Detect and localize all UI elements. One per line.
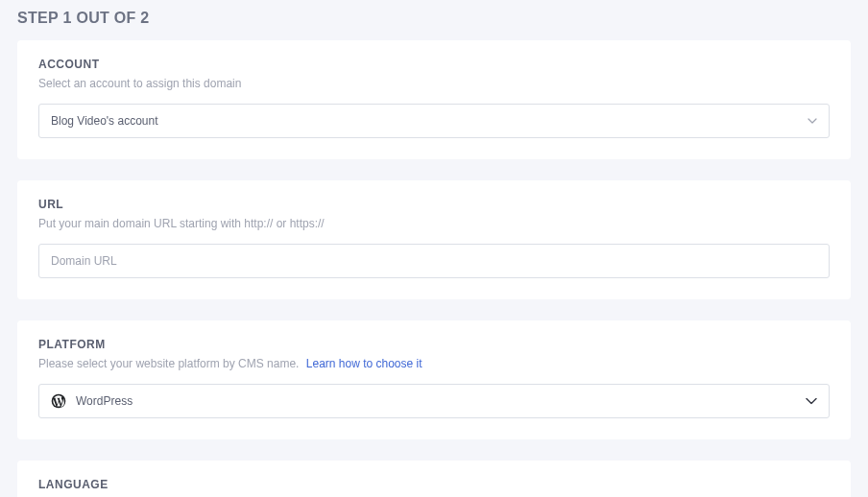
language-card: LANGUAGE Select the base language of you…	[17, 461, 851, 497]
wordpress-icon	[51, 393, 66, 409]
url-title: URL	[38, 198, 830, 211]
account-subtitle: Select an account to assign this domain	[38, 77, 830, 90]
url-input[interactable]	[38, 244, 830, 278]
account-select-value: Blog Video's account	[51, 114, 817, 128]
step-indicator: STEP 1 OUT OF 2	[17, 0, 851, 40]
platform-card: PLATFORM Please select your website plat…	[17, 320, 851, 439]
platform-learn-link[interactable]: Learn how to choose it	[306, 357, 422, 370]
platform-select[interactable]: WordPress	[38, 384, 830, 418]
chevron-down-icon	[808, 118, 817, 124]
platform-subtitle-wrapper: Please select your website platform by C…	[38, 357, 830, 370]
account-select[interactable]: Blog Video's account	[38, 104, 830, 138]
platform-subtitle: Please select your website platform by C…	[38, 357, 299, 370]
url-card: URL Put your main domain URL starting wi…	[17, 180, 851, 299]
chevron-down-icon	[806, 398, 817, 405]
url-subtitle: Put your main domain URL starting with h…	[38, 217, 830, 230]
account-title: ACCOUNT	[38, 58, 830, 71]
language-title: LANGUAGE	[38, 478, 830, 491]
account-card: ACCOUNT Select an account to assign this…	[17, 40, 851, 159]
platform-select-value: WordPress	[76, 394, 817, 408]
platform-title: PLATFORM	[38, 338, 830, 351]
